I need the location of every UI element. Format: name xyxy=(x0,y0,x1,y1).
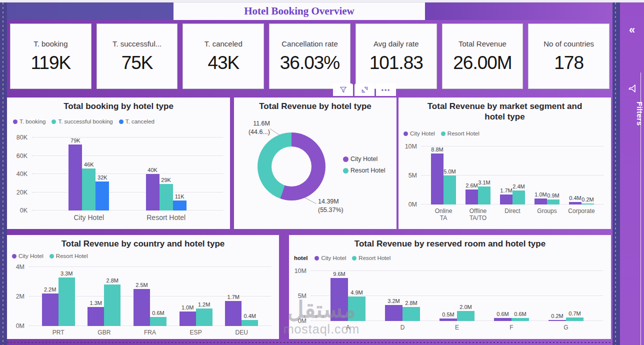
bar[interactable] xyxy=(569,202,582,204)
bar[interactable] xyxy=(478,186,490,204)
canvas-right-edge xyxy=(612,2,620,345)
kpi-card-canceled[interactable]: T. canceled 43K xyxy=(182,24,264,89)
more-options-tab[interactable]: ••• xyxy=(376,84,396,96)
legend-item[interactable]: City Hotel xyxy=(404,130,435,136)
category-label: F xyxy=(510,324,513,331)
kpi-card-no-of-countries[interactable]: No of countries 178 xyxy=(528,24,610,89)
bar[interactable] xyxy=(196,308,212,326)
legend-item[interactable]: T. successful booking xyxy=(52,118,112,124)
bar[interactable] xyxy=(82,168,96,210)
plot-area: 0M5M10M9.6M4.9MA3.2M2.8MD0.5M2.0ME0.6M0.… xyxy=(311,271,603,321)
bar[interactable] xyxy=(348,296,366,321)
report-canvas: T. booking 119K T. successful... 75K T. … xyxy=(7,20,612,345)
legend-label: T. successful booking xyxy=(58,118,112,124)
chart-total-booking-by-hotel-type[interactable]: Total booking by hotel type T. bookingT.… xyxy=(7,98,230,229)
bar[interactable] xyxy=(566,318,584,321)
bar[interactable] xyxy=(582,204,594,204)
legend-item[interactable]: City Hotel xyxy=(343,156,378,162)
bar-value-label: 0.5M xyxy=(442,312,454,318)
legend-dot xyxy=(343,156,348,162)
chart-total-revenue-by-reserved-room[interactable]: Total Revenue by reserved room and hotel… xyxy=(289,235,611,339)
legend-dot xyxy=(119,120,124,124)
legend-item[interactable]: T. booking xyxy=(13,118,46,124)
bar-wrap: 3.3M xyxy=(58,267,75,326)
bar-wrap: 0.2M xyxy=(582,146,594,204)
y-tick-label: 40K xyxy=(16,170,28,178)
chart-legend: City HotelResort Hotel xyxy=(343,156,385,174)
bar[interactable] xyxy=(440,318,457,321)
bar-value-label: 3.1M xyxy=(478,180,490,186)
legend-dot xyxy=(50,254,54,258)
chart-total-revenue-by-market-segment[interactable]: Total Revenue by market segment and hote… xyxy=(398,98,611,229)
bar[interactable] xyxy=(534,198,547,204)
legend-item[interactable]: Resort Hotel xyxy=(343,167,385,174)
legend-dot xyxy=(404,132,408,136)
page-title: Hotel Booking Overview xyxy=(244,5,354,18)
legend-item[interactable]: City Hotel xyxy=(12,253,44,259)
bar[interactable] xyxy=(431,154,444,204)
bar-wrap: 79K xyxy=(68,138,82,210)
bar[interactable] xyxy=(494,318,512,321)
bar-group: 9.6M4.9MA xyxy=(330,271,366,321)
collapse-pane-button[interactable]: « xyxy=(620,24,644,36)
legend-item[interactable]: Resort Hotel xyxy=(50,253,88,259)
bar[interactable] xyxy=(104,284,120,326)
legend-item[interactable]: Resort Hotel xyxy=(441,130,480,136)
kpi-value: 36.03% xyxy=(280,52,340,74)
filter-tab[interactable] xyxy=(333,84,353,96)
bar[interactable] xyxy=(548,320,566,321)
bar[interactable] xyxy=(512,318,529,321)
kpi-card-total-revenue[interactable]: Total Revenue 26.00M xyxy=(442,24,524,89)
legend-item[interactable]: City Hotel xyxy=(314,255,346,261)
bar-value-label: 1.0M xyxy=(534,192,546,198)
bar[interactable] xyxy=(160,184,173,210)
bar[interactable] xyxy=(402,307,420,321)
category-label: Resort Hotel xyxy=(146,214,186,222)
kpi-card-cancellation-rate[interactable]: Cancellation rate 36.03% xyxy=(269,24,350,89)
bar[interactable] xyxy=(512,190,525,204)
bar-wrap: 2.4M xyxy=(512,146,525,204)
bar[interactable] xyxy=(180,312,196,326)
bar[interactable] xyxy=(444,176,456,204)
chart-legend: City HotelResort Hotel xyxy=(12,253,88,259)
bar[interactable] xyxy=(42,294,58,326)
bar-wrap: 8.8M xyxy=(431,146,444,204)
chart-total-revenue-by-hotel-type[interactable]: Total Revenue by hotel type 11.6M (44.6.… xyxy=(234,98,396,229)
bar[interactable] xyxy=(225,301,242,326)
bar[interactable] xyxy=(242,320,258,326)
bar[interactable] xyxy=(96,182,109,210)
category-label: D xyxy=(400,324,405,331)
bar-wrap: 0.4M xyxy=(569,146,582,204)
kpi-card-avg-daily-rate[interactable]: Avg daily rate 101.83 xyxy=(356,24,437,89)
bar-value-label: 8.8M xyxy=(431,146,443,152)
bar[interactable] xyxy=(466,190,478,204)
bar[interactable] xyxy=(385,305,402,321)
bar[interactable] xyxy=(146,174,160,210)
donut-chart[interactable] xyxy=(258,132,326,200)
bar[interactable] xyxy=(457,311,474,321)
focus-mode-tab[interactable] xyxy=(354,84,374,96)
bar-value-label: 29K xyxy=(161,177,171,183)
bar-wrap: 11K xyxy=(173,138,186,210)
bar[interactable] xyxy=(58,278,75,326)
kpi-card-successful-booking[interactable]: T. successful... 75K xyxy=(96,24,178,89)
bar[interactable] xyxy=(500,194,512,204)
bar[interactable] xyxy=(330,278,348,321)
bar-group: 40K29K11KResort Hotel xyxy=(146,138,186,210)
bar[interactable] xyxy=(150,317,166,326)
bar-value-label: 4.9M xyxy=(350,290,362,296)
filter-icon xyxy=(339,86,348,94)
legend-item[interactable]: Resort Hotel xyxy=(352,255,390,261)
canvas-left-edge xyxy=(0,2,7,345)
kpi-card-total-booking[interactable]: T. booking 119K xyxy=(10,24,92,89)
chart-total-revenue-by-country[interactable]: Total Revenue by country and hotel type … xyxy=(7,235,279,339)
bar[interactable] xyxy=(68,144,82,210)
bar[interactable] xyxy=(547,200,560,204)
bar-wrap: 5.0M xyxy=(444,146,456,204)
bar[interactable] xyxy=(88,307,104,326)
bar[interactable] xyxy=(173,200,186,210)
legend-item[interactable]: T. canceled xyxy=(119,118,154,124)
filters-pane[interactable]: « Filters xyxy=(620,2,644,345)
bar[interactable] xyxy=(134,289,150,326)
bar-wrap: 2.5M xyxy=(134,267,150,326)
